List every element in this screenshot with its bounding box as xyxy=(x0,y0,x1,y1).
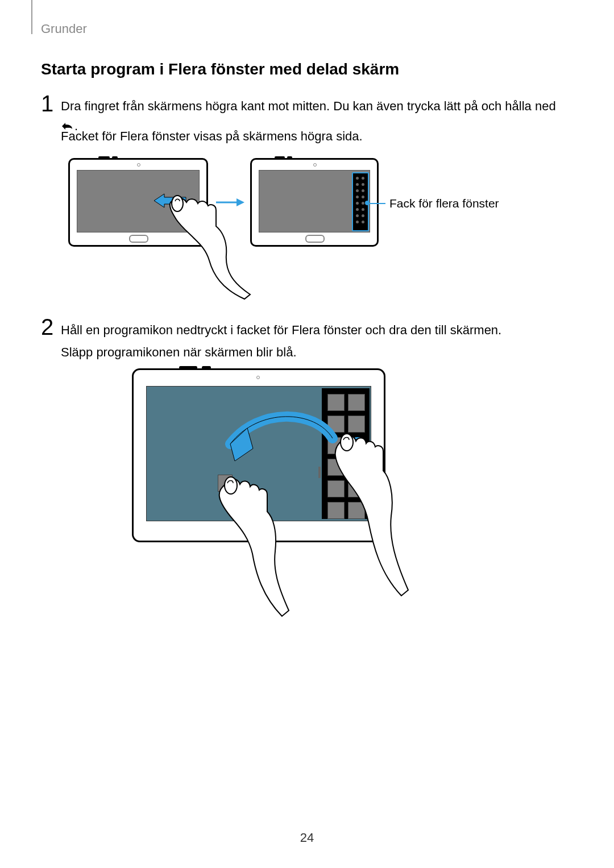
transition-arrow-icon xyxy=(216,197,244,208)
step2-line1: Håll en programikon nedtryckt i facket f… xyxy=(61,323,501,337)
step2-line2: Släpp programikonen när skärmen blir blå… xyxy=(61,345,297,359)
svg-point-6 xyxy=(225,477,237,494)
page-number: 24 xyxy=(0,830,614,845)
header-divider xyxy=(31,0,32,34)
step2-text: Håll en programikon nedtryckt i facket f… xyxy=(61,319,569,363)
step1-subtext: Facket för Flera fönster visas på skärme… xyxy=(61,129,363,144)
svg-point-5 xyxy=(341,434,353,451)
callout-label: Fack för flera fönster xyxy=(389,197,499,210)
step-number-2: 2 xyxy=(41,314,53,340)
callout-line xyxy=(370,203,385,204)
step-number-1: 1 xyxy=(41,91,53,117)
page-heading: Starta program i Flera fönster med delad… xyxy=(41,60,399,78)
figure-1: Fack för flera fönster xyxy=(68,158,506,300)
svg-point-1 xyxy=(172,196,183,211)
figure-2 xyxy=(132,368,416,607)
section-header: Grunder xyxy=(41,22,87,36)
svg-marker-3 xyxy=(237,198,244,206)
hand-left-icon xyxy=(196,474,298,622)
step1-text-a: Dra fingret från skärmens högra kant mot… xyxy=(61,99,556,113)
callout-dot xyxy=(365,201,370,205)
hand-right-icon xyxy=(312,431,414,607)
tablet-illustration-right xyxy=(250,158,379,247)
